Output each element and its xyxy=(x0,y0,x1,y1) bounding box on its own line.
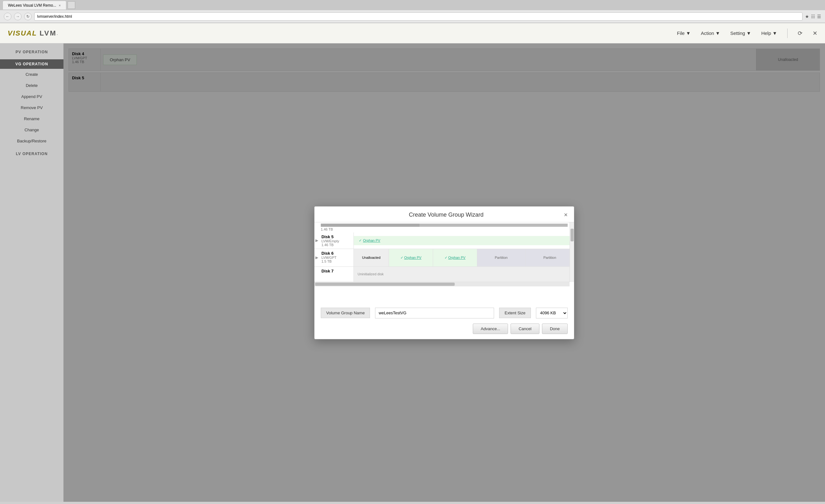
disk-6-orphan-1: ✓ Orphan PV xyxy=(389,249,433,266)
dialog-disk-5-label: Disk 5 LVM/Empty 1.46 TB xyxy=(319,233,354,249)
sidebar-section-vg: VG OPERATION xyxy=(0,59,64,69)
sidebar-item-backup-restore[interactable]: Backup/Restore xyxy=(0,136,64,147)
dialog-disk-6-size: 1.5 TB xyxy=(321,259,351,263)
extensions-icon[interactable]: ☷ xyxy=(811,14,815,19)
disk-6-partition-1: Partition xyxy=(477,249,526,266)
dialog-scroll-area: 1.46 TB ▶ Disk 5 LVM/Empty 1.46 TB xyxy=(314,222,574,286)
nav-help[interactable]: Help ▼ xyxy=(761,30,777,36)
bookmark-icon[interactable]: ★ xyxy=(805,14,809,19)
dialog-disk-6-parts: Unalloacted ✓ Orphan PV ✓ Orphan PV Part… xyxy=(354,249,574,266)
tab-close-button[interactable]: × xyxy=(59,3,61,7)
check-icon-6b: ✓ xyxy=(445,256,447,260)
disk-6-unalloc: Unalloacted xyxy=(354,249,389,266)
disk-6-orphan-2: ✓ Orphan PV xyxy=(433,249,477,266)
app-logo: VISUAL LVM . xyxy=(8,29,58,37)
forward-button[interactable]: → xyxy=(14,13,21,20)
dialog-disk-6-label: Disk 6 LVM/GPT 1.5 TB xyxy=(319,249,354,266)
dialog-disk-7-name: Disk 7 xyxy=(321,269,351,273)
vg-name-label: Volume Group Name xyxy=(321,308,370,318)
cancel-button[interactable]: Cancel xyxy=(511,324,539,334)
size-bar-fill xyxy=(321,224,420,227)
dialog-vscroll-thumb xyxy=(571,229,574,241)
sidebar-item-append-pv[interactable]: Append PV xyxy=(0,91,64,102)
check-icon-6a: ✓ xyxy=(400,256,403,260)
dialog-header: Create Volume Group Wizard × xyxy=(314,206,574,222)
sidebar-item-change[interactable]: Change xyxy=(0,124,64,136)
dialog-disk-5-parts: ✓ Orphan PV xyxy=(354,233,574,249)
dialog-disk-6-name: Disk 6 xyxy=(321,251,351,256)
dialog-title: Create Volume Group Wizard xyxy=(328,212,564,218)
tab-title: WeLees Visual LVM Remo... xyxy=(8,3,56,8)
browser-chrome: WeLees Visual LVM Remo... × ← → ↻ ★ ☷ ☰ xyxy=(0,0,825,23)
dialog-disk-6-type: LVM/GPT xyxy=(321,256,351,259)
dialog-hscrollbar[interactable] xyxy=(314,282,570,286)
orphan-pv-link-6b[interactable]: Orphan PV xyxy=(448,256,465,259)
dialog-disk-5-row: ▶ Disk 5 LVM/Empty 1.46 TB ✓ Orphan PV xyxy=(314,233,574,249)
dialog-disk-5-name: Disk 5 xyxy=(321,234,351,239)
sidebar-item-create[interactable]: Create xyxy=(0,69,64,80)
sidebar-item-remove-pv[interactable]: Remove PV xyxy=(0,102,64,113)
nav-setting[interactable]: Setting ▼ xyxy=(730,30,751,36)
dialog-vscrollbar[interactable] xyxy=(570,222,574,282)
orphan-pv-link-6a[interactable]: Orphan PV xyxy=(404,256,422,259)
dialog-disk-5-size: 1.46 TB xyxy=(321,243,351,247)
dialog-body: 1.46 TB ▶ Disk 5 LVM/Empty 1.46 TB xyxy=(314,222,574,303)
sidebar-item-rename[interactable]: Rename xyxy=(0,113,64,124)
size-bar-label: 1.46 TB xyxy=(314,227,574,233)
nav-separator xyxy=(787,28,788,38)
content-area: Disk 4 LVM/GPT 1.46 TB Orphan PV Unalloa… xyxy=(64,44,825,502)
back-button[interactable]: ← xyxy=(4,13,11,20)
address-bar[interactable] xyxy=(34,12,803,21)
nav-file[interactable]: File ▼ xyxy=(677,30,691,36)
done-button[interactable]: Done xyxy=(542,324,568,334)
app-header: VISUAL LVM . File ▼ Action ▼ Setting ▼ H… xyxy=(0,23,825,44)
app-nav: File ▼ Action ▼ Setting ▼ Help ▼ ⟳ ✕ xyxy=(677,28,817,38)
advance-button[interactable]: Advance... xyxy=(473,324,508,334)
form-row: Volume Group Name Extent Size 1024 KB 20… xyxy=(321,308,568,319)
sidebar-section-pv: PV OPERATION xyxy=(0,47,64,57)
browser-tab-bar: WeLees Visual LVM Remo... × xyxy=(0,0,825,10)
dialog-disk-7-uninit: Uninitialized disk xyxy=(354,267,574,282)
browser-controls: ← → ↻ ★ ☷ ☰ xyxy=(0,10,825,23)
orphan-pv-link-5[interactable]: Orphan PV xyxy=(363,239,380,242)
refresh-icon[interactable]: ⟳ xyxy=(798,30,803,37)
logo-visual: VISUAL xyxy=(8,29,37,37)
sidebar-section-lv: LV OPERATION xyxy=(0,149,64,159)
dialog-disk-6-row: ▶ Disk 6 LVM/GPT 1.5 TB Unalloacted ✓ xyxy=(314,249,574,267)
dialog-disk-7-label: Disk 7 xyxy=(319,267,354,282)
close-app-icon[interactable]: ✕ xyxy=(813,30,817,37)
size-bar-top xyxy=(321,224,568,227)
browser-tab[interactable]: WeLees Visual LVM Remo... × xyxy=(3,1,66,9)
dialog-disk-7-row: Disk 7 Uninitialized disk xyxy=(314,267,574,282)
dialog-hscroll-thumb xyxy=(315,282,455,286)
sidebar-item-delete[interactable]: Delete xyxy=(0,80,64,91)
logo-lvm: LVM xyxy=(40,29,57,37)
browser-icons: ★ ☷ ☰ xyxy=(805,14,821,19)
disk-6-partition-2: Partition xyxy=(525,249,574,266)
reload-button[interactable]: ↻ xyxy=(24,13,32,20)
create-vg-dialog: Create Volume Group Wizard × 1.46 TB ▶ xyxy=(314,206,574,339)
main-layout: PV OPERATION VG OPERATION Create Delete … xyxy=(0,44,825,502)
dialog-buttons: Advance... Cancel Done xyxy=(321,324,568,334)
nav-action[interactable]: Action ▼ xyxy=(701,30,720,36)
dialog-footer: Volume Group Name Extent Size 1024 KB 20… xyxy=(314,303,574,339)
new-tab-button[interactable] xyxy=(68,1,75,9)
sidebar: PV OPERATION VG OPERATION Create Delete … xyxy=(0,44,64,502)
disk-5-nav-arrow[interactable]: ▶ xyxy=(314,233,319,249)
extent-size-label: Extent Size xyxy=(499,308,531,318)
extent-size-select[interactable]: 1024 KB 2048 KB 4096 KB 8192 KB 16384 KB xyxy=(536,308,568,319)
logo-dot: . xyxy=(57,31,58,36)
check-icon-5: ✓ xyxy=(359,239,362,243)
dialog-disk-5-type: LVM/Empty xyxy=(321,239,351,243)
menu-icon[interactable]: ☰ xyxy=(817,14,821,19)
disk-7-spacer xyxy=(314,267,319,282)
vg-name-input[interactable] xyxy=(375,308,494,319)
disk-6-nav-arrow[interactable]: ▶ xyxy=(314,249,319,266)
dialog-disk-5-orphan: ✓ Orphan PV xyxy=(354,236,574,245)
dialog-close-button[interactable]: × xyxy=(564,212,568,218)
dialog-overlay: Create Volume Group Wizard × 1.46 TB ▶ xyxy=(64,44,825,502)
